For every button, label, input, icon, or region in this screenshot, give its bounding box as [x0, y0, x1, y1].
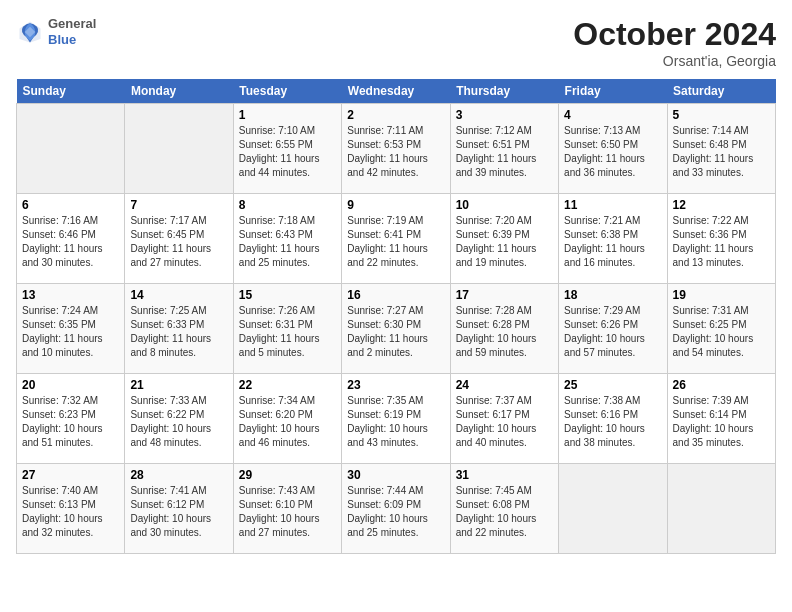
day-info: Sunrise: 7:32 AMSunset: 6:23 PMDaylight:… — [22, 394, 119, 450]
logo: General Blue — [16, 16, 96, 47]
calendar-header: SundayMondayTuesdayWednesdayThursdayFrid… — [17, 79, 776, 104]
logo-blue-text: Blue — [48, 32, 96, 48]
day-info: Sunrise: 7:41 AMSunset: 6:12 PMDaylight:… — [130, 484, 227, 540]
day-info: Sunrise: 7:21 AMSunset: 6:38 PMDaylight:… — [564, 214, 661, 270]
day-number: 26 — [673, 378, 770, 392]
day-info: Sunrise: 7:14 AMSunset: 6:48 PMDaylight:… — [673, 124, 770, 180]
calendar-cell: 23Sunrise: 7:35 AMSunset: 6:19 PMDayligh… — [342, 374, 450, 464]
calendar-cell — [667, 464, 775, 554]
day-info: Sunrise: 7:31 AMSunset: 6:25 PMDaylight:… — [673, 304, 770, 360]
day-info: Sunrise: 7:44 AMSunset: 6:09 PMDaylight:… — [347, 484, 444, 540]
day-number: 30 — [347, 468, 444, 482]
calendar-cell: 2Sunrise: 7:11 AMSunset: 6:53 PMDaylight… — [342, 104, 450, 194]
day-info: Sunrise: 7:33 AMSunset: 6:22 PMDaylight:… — [130, 394, 227, 450]
day-info: Sunrise: 7:10 AMSunset: 6:55 PMDaylight:… — [239, 124, 336, 180]
day-number: 11 — [564, 198, 661, 212]
calendar-cell: 26Sunrise: 7:39 AMSunset: 6:14 PMDayligh… — [667, 374, 775, 464]
calendar-week-3: 13Sunrise: 7:24 AMSunset: 6:35 PMDayligh… — [17, 284, 776, 374]
calendar-cell: 22Sunrise: 7:34 AMSunset: 6:20 PMDayligh… — [233, 374, 341, 464]
calendar-cell: 25Sunrise: 7:38 AMSunset: 6:16 PMDayligh… — [559, 374, 667, 464]
day-number: 15 — [239, 288, 336, 302]
day-number: 27 — [22, 468, 119, 482]
day-number: 12 — [673, 198, 770, 212]
day-number: 9 — [347, 198, 444, 212]
calendar-cell: 11Sunrise: 7:21 AMSunset: 6:38 PMDayligh… — [559, 194, 667, 284]
day-info: Sunrise: 7:37 AMSunset: 6:17 PMDaylight:… — [456, 394, 553, 450]
day-number: 6 — [22, 198, 119, 212]
calendar-cell: 7Sunrise: 7:17 AMSunset: 6:45 PMDaylight… — [125, 194, 233, 284]
calendar-week-1: 1Sunrise: 7:10 AMSunset: 6:55 PMDaylight… — [17, 104, 776, 194]
day-info: Sunrise: 7:13 AMSunset: 6:50 PMDaylight:… — [564, 124, 661, 180]
header-cell-tuesday: Tuesday — [233, 79, 341, 104]
calendar-cell: 12Sunrise: 7:22 AMSunset: 6:36 PMDayligh… — [667, 194, 775, 284]
title-block: October 2024 Orsant'ia, Georgia — [573, 16, 776, 69]
day-number: 20 — [22, 378, 119, 392]
header-cell-thursday: Thursday — [450, 79, 558, 104]
calendar-cell: 17Sunrise: 7:28 AMSunset: 6:28 PMDayligh… — [450, 284, 558, 374]
day-number: 29 — [239, 468, 336, 482]
calendar-cell: 9Sunrise: 7:19 AMSunset: 6:41 PMDaylight… — [342, 194, 450, 284]
day-number: 28 — [130, 468, 227, 482]
day-info: Sunrise: 7:35 AMSunset: 6:19 PMDaylight:… — [347, 394, 444, 450]
logo-general-text: General — [48, 16, 96, 32]
calendar-cell — [17, 104, 125, 194]
day-info: Sunrise: 7:24 AMSunset: 6:35 PMDaylight:… — [22, 304, 119, 360]
day-number: 10 — [456, 198, 553, 212]
day-info: Sunrise: 7:19 AMSunset: 6:41 PMDaylight:… — [347, 214, 444, 270]
day-number: 3 — [456, 108, 553, 122]
calendar-cell: 28Sunrise: 7:41 AMSunset: 6:12 PMDayligh… — [125, 464, 233, 554]
day-number: 25 — [564, 378, 661, 392]
header-cell-saturday: Saturday — [667, 79, 775, 104]
day-info: Sunrise: 7:28 AMSunset: 6:28 PMDaylight:… — [456, 304, 553, 360]
day-number: 23 — [347, 378, 444, 392]
day-info: Sunrise: 7:39 AMSunset: 6:14 PMDaylight:… — [673, 394, 770, 450]
calendar-week-4: 20Sunrise: 7:32 AMSunset: 6:23 PMDayligh… — [17, 374, 776, 464]
day-number: 7 — [130, 198, 227, 212]
day-number: 1 — [239, 108, 336, 122]
calendar-cell: 5Sunrise: 7:14 AMSunset: 6:48 PMDaylight… — [667, 104, 775, 194]
day-number: 31 — [456, 468, 553, 482]
calendar-cell: 31Sunrise: 7:45 AMSunset: 6:08 PMDayligh… — [450, 464, 558, 554]
calendar-cell: 16Sunrise: 7:27 AMSunset: 6:30 PMDayligh… — [342, 284, 450, 374]
day-number: 8 — [239, 198, 336, 212]
day-number: 19 — [673, 288, 770, 302]
day-info: Sunrise: 7:29 AMSunset: 6:26 PMDaylight:… — [564, 304, 661, 360]
day-number: 14 — [130, 288, 227, 302]
day-info: Sunrise: 7:12 AMSunset: 6:51 PMDaylight:… — [456, 124, 553, 180]
day-info: Sunrise: 7:26 AMSunset: 6:31 PMDaylight:… — [239, 304, 336, 360]
logo-icon — [16, 18, 44, 46]
day-number: 17 — [456, 288, 553, 302]
calendar-table: SundayMondayTuesdayWednesdayThursdayFrid… — [16, 79, 776, 554]
day-number: 2 — [347, 108, 444, 122]
calendar-cell: 1Sunrise: 7:10 AMSunset: 6:55 PMDaylight… — [233, 104, 341, 194]
day-info: Sunrise: 7:45 AMSunset: 6:08 PMDaylight:… — [456, 484, 553, 540]
day-number: 18 — [564, 288, 661, 302]
calendar-cell: 14Sunrise: 7:25 AMSunset: 6:33 PMDayligh… — [125, 284, 233, 374]
day-info: Sunrise: 7:16 AMSunset: 6:46 PMDaylight:… — [22, 214, 119, 270]
day-info: Sunrise: 7:34 AMSunset: 6:20 PMDaylight:… — [239, 394, 336, 450]
calendar-cell: 15Sunrise: 7:26 AMSunset: 6:31 PMDayligh… — [233, 284, 341, 374]
day-info: Sunrise: 7:22 AMSunset: 6:36 PMDaylight:… — [673, 214, 770, 270]
day-number: 4 — [564, 108, 661, 122]
day-number: 22 — [239, 378, 336, 392]
calendar-cell: 4Sunrise: 7:13 AMSunset: 6:50 PMDaylight… — [559, 104, 667, 194]
logo-text: General Blue — [48, 16, 96, 47]
calendar-cell: 8Sunrise: 7:18 AMSunset: 6:43 PMDaylight… — [233, 194, 341, 284]
day-info: Sunrise: 7:40 AMSunset: 6:13 PMDaylight:… — [22, 484, 119, 540]
day-info: Sunrise: 7:18 AMSunset: 6:43 PMDaylight:… — [239, 214, 336, 270]
calendar-cell: 10Sunrise: 7:20 AMSunset: 6:39 PMDayligh… — [450, 194, 558, 284]
day-info: Sunrise: 7:27 AMSunset: 6:30 PMDaylight:… — [347, 304, 444, 360]
calendar-cell: 18Sunrise: 7:29 AMSunset: 6:26 PMDayligh… — [559, 284, 667, 374]
day-info: Sunrise: 7:20 AMSunset: 6:39 PMDaylight:… — [456, 214, 553, 270]
day-info: Sunrise: 7:38 AMSunset: 6:16 PMDaylight:… — [564, 394, 661, 450]
calendar-cell: 29Sunrise: 7:43 AMSunset: 6:10 PMDayligh… — [233, 464, 341, 554]
calendar-week-5: 27Sunrise: 7:40 AMSunset: 6:13 PMDayligh… — [17, 464, 776, 554]
calendar-cell: 13Sunrise: 7:24 AMSunset: 6:35 PMDayligh… — [17, 284, 125, 374]
calendar-cell: 21Sunrise: 7:33 AMSunset: 6:22 PMDayligh… — [125, 374, 233, 464]
day-info: Sunrise: 7:25 AMSunset: 6:33 PMDaylight:… — [130, 304, 227, 360]
header-row: SundayMondayTuesdayWednesdayThursdayFrid… — [17, 79, 776, 104]
calendar-cell — [125, 104, 233, 194]
header-cell-friday: Friday — [559, 79, 667, 104]
day-number: 13 — [22, 288, 119, 302]
calendar-week-2: 6Sunrise: 7:16 AMSunset: 6:46 PMDaylight… — [17, 194, 776, 284]
